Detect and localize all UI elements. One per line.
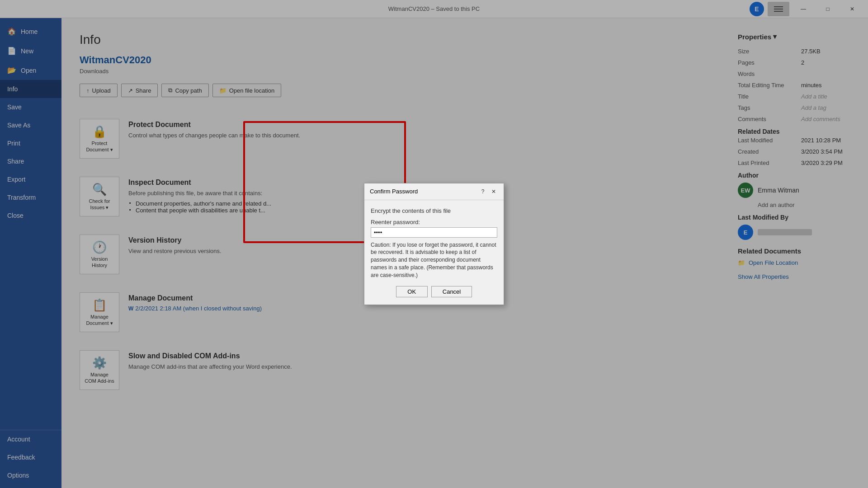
main-content: Info WitmanCV2020 Downloads ↑ Upload ↗ S… [61,18,868,488]
dialog-reenter-label: Reenter password: [371,219,497,225]
dialog-encrypt-label: Encrypt the contents of this file [371,207,497,214]
dialog-buttons: OK Cancel [371,286,497,297]
dialog-help-button[interactable]: ? [478,187,487,196]
dialog-ok-button[interactable]: OK [396,286,428,297]
dialog-title-icons: ? ✕ [478,187,498,196]
password-input[interactable] [371,227,497,238]
dialog-warning-text: Caution: If you lose or forget the passw… [371,241,497,279]
dialog-cancel-button[interactable]: Cancel [431,286,472,297]
confirm-password-dialog: Confirm Password ? ✕ Encrypt the content… [364,183,504,305]
dialog-close-button[interactable]: ✕ [489,187,498,196]
modal-overlay: Confirm Password ? ✕ Encrypt the content… [61,18,868,488]
dialog-title-bar: Confirm Password ? ✕ [364,183,504,200]
dialog-body: Encrypt the contents of this file Reente… [364,200,504,305]
dialog-title: Confirm Password [370,188,418,195]
